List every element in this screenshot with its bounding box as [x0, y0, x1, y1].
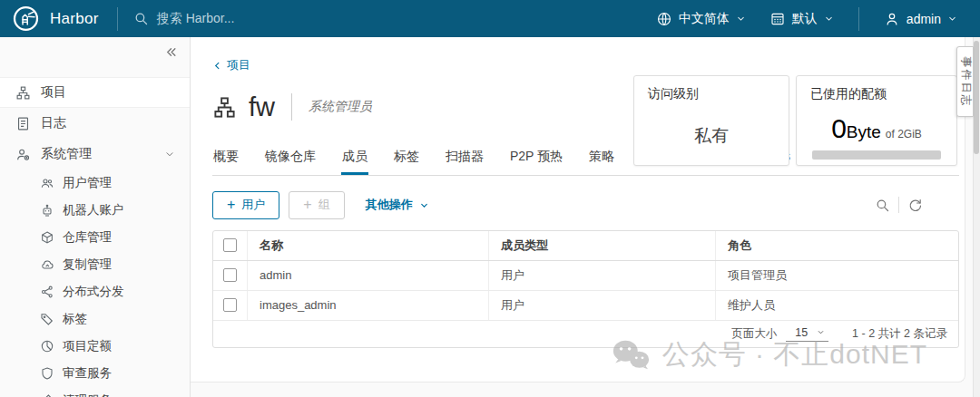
more-actions-label: 其他操作	[366, 197, 413, 213]
grid-actions	[875, 197, 923, 213]
sidebar-item-distributions[interactable]: 分布式分发	[0, 278, 190, 305]
project-role: 系统管理员	[309, 99, 372, 115]
sidebar-item-interrogation-services[interactable]: 审查服务	[0, 360, 190, 387]
search-icon	[133, 11, 149, 26]
tab-repositories[interactable]: 镜像仓库	[264, 149, 317, 175]
language-menu[interactable]: 中文简体	[644, 0, 758, 37]
breadcrumb[interactable]: 项目	[212, 57, 250, 73]
scrollbar-thumb[interactable]	[974, 41, 979, 154]
row-checkbox[interactable]	[223, 298, 237, 312]
header-role: 角色	[715, 231, 958, 260]
tab-summary[interactable]: 概要	[212, 149, 240, 175]
add-group-button[interactable]: + 组	[289, 191, 344, 219]
quota-used: 0	[831, 113, 847, 143]
row-select-cell	[213, 261, 247, 290]
sidebar-item-projects[interactable]: 项目	[0, 77, 190, 108]
theme-grid-icon	[769, 11, 786, 27]
cell-role: 项目管理员	[715, 261, 958, 290]
add-user-button[interactable]: + 用户	[212, 191, 279, 219]
select-all-cell	[213, 231, 247, 260]
theme-menu[interactable]: 默认	[758, 0, 846, 37]
sidebar-item-robot-accounts[interactable]: 机器人账户	[0, 197, 190, 224]
sidebar-item-labels[interactable]: 标签	[0, 305, 190, 333]
chevron-down-icon	[817, 328, 825, 336]
tab-policy[interactable]: 策略	[588, 149, 615, 175]
sidebar-item-project-quotas[interactable]: 项目定额	[0, 333, 190, 360]
brand-name: Harbor	[50, 10, 99, 28]
org-chart-icon	[212, 95, 237, 120]
sidebar-item-label: 复制管理	[63, 257, 112, 273]
shield-icon	[40, 366, 54, 381]
brand[interactable]: Harbor	[0, 5, 117, 33]
add-user-label: 用户	[241, 197, 265, 213]
harbor-logo-icon	[12, 5, 40, 33]
navbar-right: 中文简体 默认 admin	[644, 0, 969, 37]
members-table: 名称 成员类型 角色 admin 用户 项目管理员 images_admin 用…	[212, 230, 959, 348]
navbar-divider	[858, 7, 859, 31]
header-member-type: 成员类型	[488, 231, 715, 260]
project-detail-panel: 项目 fw 系统管理员 访问级别 私有 已使	[191, 37, 965, 382]
sidebar-item-label: 系统管理	[41, 146, 92, 162]
row-checkbox[interactable]	[223, 268, 237, 282]
sidebar-item-registries[interactable]: 仓库管理	[0, 224, 190, 251]
sidebar-item-logs[interactable]: 日志	[0, 108, 190, 139]
search-icon[interactable]	[875, 198, 890, 213]
sidebar-item-clean-up[interactable]: 清理服务	[0, 387, 190, 397]
table-row[interactable]: admin 用户 项目管理员	[213, 261, 958, 291]
pagination-summary: 1 - 2 共计 2 条记录	[852, 326, 947, 342]
sidebar-item-label: 分布式分发	[63, 284, 124, 300]
quota-value: 0Byteof 2GiB	[810, 113, 943, 144]
event-log-side-tab[interactable]: 事件日志	[956, 46, 974, 117]
tab-labels[interactable]: 标签	[393, 149, 420, 175]
cell-member-type: 用户	[488, 291, 715, 320]
access-level-title: 访问级别	[648, 86, 775, 102]
cell-role: 维护人员	[715, 291, 958, 320]
refresh-icon[interactable]	[907, 198, 923, 213]
toolbar-divider	[898, 197, 899, 213]
title-divider	[291, 93, 292, 121]
chevron-down-icon	[419, 200, 429, 210]
tab-members[interactable]: 成员	[341, 149, 368, 175]
table-footer: 页面大小 15 1 - 2 共计 2 条记录	[213, 321, 958, 347]
navbar-divider	[117, 7, 118, 31]
row-select-cell	[213, 291, 247, 320]
sidebar-item-label: 用户管理	[63, 175, 112, 191]
user-menu[interactable]: admin	[872, 0, 969, 37]
sidebar-collapse-icon[interactable]	[164, 45, 178, 59]
sidebar-item-label: 日志	[41, 115, 66, 131]
page-scrollbar	[973, 37, 980, 397]
robot-icon	[40, 203, 54, 218]
tab-scanner[interactable]: 扫描器	[445, 149, 485, 175]
theme-label: 默认	[792, 11, 818, 27]
admin-user-icon	[15, 147, 31, 162]
search-placeholder: 搜索 Harbor...	[157, 11, 235, 27]
users-icon	[40, 176, 54, 190]
document-icon	[15, 116, 31, 131]
sidebar-item-user-management[interactable]: 用户管理	[0, 169, 190, 197]
global-search[interactable]: 搜索 Harbor...	[133, 11, 644, 27]
user-label: admin	[906, 12, 941, 26]
quota-card: 已使用的配额 0Byteof 2GiB	[796, 75, 957, 166]
breadcrumb-label: 项目	[227, 57, 250, 73]
sidebar-item-replications[interactable]: 复制管理	[0, 251, 190, 278]
table-header-row: 名称 成员类型 角色	[213, 231, 958, 261]
cube-icon	[40, 230, 54, 245]
language-label: 中文简体	[679, 11, 730, 27]
tab-p2p-preheat[interactable]: P2P 预热	[509, 149, 564, 175]
sidebar-item-label: 项目	[41, 84, 66, 101]
broom-icon	[40, 393, 54, 397]
cell-member-type: 用户	[488, 261, 715, 290]
sidebar-item-administration[interactable]: 系统管理	[0, 139, 190, 169]
select-all-checkbox[interactable]	[223, 238, 237, 252]
chevron-left-icon	[212, 61, 222, 71]
globe-icon	[656, 11, 672, 27]
page-size-select[interactable]: 15	[786, 326, 828, 342]
quota-title: 已使用的配额	[810, 86, 943, 102]
table-row[interactable]: images_admin 用户 维护人员	[213, 291, 958, 321]
sidebar: 项目 日志 系统管理	[0, 37, 191, 397]
chevron-down-icon	[947, 14, 957, 24]
user-icon	[884, 11, 900, 27]
plus-icon: +	[303, 198, 311, 212]
more-actions-dropdown[interactable]: 其他操作	[366, 197, 429, 213]
event-log-label: 事件日志	[957, 56, 973, 107]
